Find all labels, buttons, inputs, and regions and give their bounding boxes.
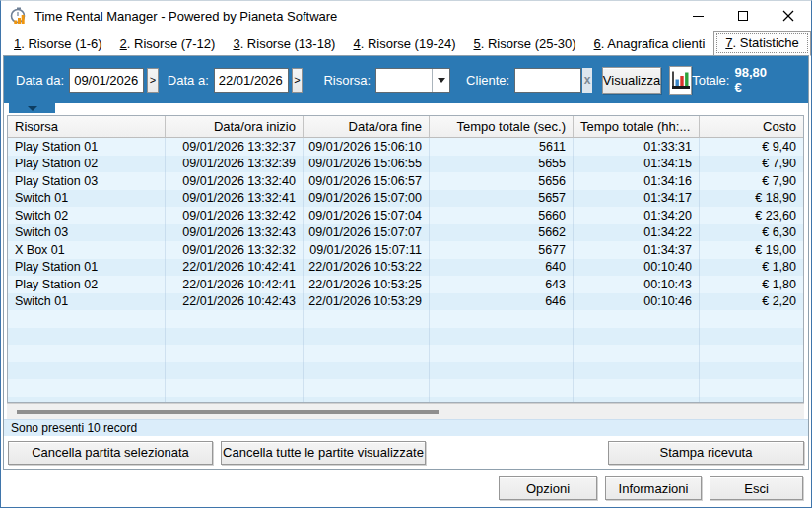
table-cell: 22/01/2026 10:42:41 [166, 276, 304, 293]
table-cell: 09/01/2026 15:07:11 [304, 241, 430, 259]
table-cell: 09/01/2026 13:32:43 [166, 224, 304, 242]
resource-combo-arrow-button[interactable] [432, 69, 449, 92]
collapse-arrow-icon [28, 106, 37, 111]
table-cell: Play Station 02 [8, 156, 166, 173]
table-cell [574, 310, 700, 328]
column-header-data-fine[interactable]: Data/ora fine [304, 116, 430, 138]
table-cell: 09/01/2026 13:32:40 [166, 172, 304, 190]
date-to-picker-button[interactable]: > [292, 68, 304, 93]
table-cell: € 7,90 [700, 172, 803, 190]
table-cell: 09/01/2026 15:06:55 [304, 156, 430, 173]
tab-anagrafica-clienti[interactable]: 6. Anagrafica clienti [585, 33, 714, 55]
window-controls [675, 1, 811, 31]
table-cell: X Box 01 [8, 241, 166, 259]
total-value: 98,80 € [734, 65, 767, 95]
tab-risorse-1-6[interactable]: 1. Risorse (1-6) [5, 33, 111, 55]
column-header-tempo-sec[interactable]: Tempo totale (sec.) [430, 116, 574, 138]
table-row[interactable]: Play Station 0209/01/2026 13:32:3909/01/… [8, 156, 803, 173]
informazioni-button[interactable]: Informazioni [605, 476, 702, 500]
table-row[interactable]: Play Station 0222/01/2026 10:42:4122/01/… [8, 276, 803, 293]
table-row[interactable]: Switch 0309/01/2026 13:32:4309/01/2026 1… [8, 224, 803, 242]
table-cell: 09/01/2026 15:06:57 [304, 172, 430, 190]
table-cell: 09/01/2026 15:07:00 [304, 190, 430, 208]
chart-button[interactable] [669, 66, 692, 95]
close-icon [782, 10, 794, 22]
tab-risorse-7-12[interactable]: 2. Risorse (7-12) [111, 33, 225, 55]
table-row[interactable]: Play Station 0309/01/2026 13:32:4009/01/… [8, 172, 803, 190]
table-row[interactable]: Switch 0209/01/2026 13:32:4209/01/2026 1… [8, 207, 803, 224]
table-row[interactable]: X Box 0109/01/2026 13:32:3209/01/2026 15… [8, 241, 803, 259]
resource-combobox[interactable] [375, 68, 450, 93]
column-header-tempo-hh[interactable]: Tempo totale (hh:... [574, 116, 700, 138]
tab-risorse-13-18[interactable]: 3. Risorse (13-18) [224, 33, 344, 55]
tab-label: . Risorse (1-6) [21, 36, 102, 51]
date-from-picker-button[interactable]: > [147, 68, 159, 93]
exit-button[interactable]: Esci [710, 476, 803, 500]
date-from-input[interactable] [69, 68, 144, 93]
table-row[interactable]: Play Station 0122/01/2026 10:42:4122/01/… [8, 259, 803, 277]
table-cell [430, 379, 574, 397]
table-cell: 09/01/2026 13:32:37 [166, 138, 304, 156]
table-row[interactable]: Play Station 0109/01/2026 13:32:3709/01/… [8, 138, 803, 156]
table-cell [700, 345, 803, 362]
table-row[interactable]: Switch 0109/01/2026 13:32:4109/01/2026 1… [8, 190, 803, 208]
table-cell: 640 [430, 259, 574, 277]
options-button[interactable]: Opzioni [499, 476, 597, 500]
table-cell [700, 310, 803, 328]
tab-risorse-19-24[interactable]: 4. Risorse (19-24) [344, 33, 464, 55]
maximize-button[interactable] [720, 1, 766, 31]
table-row[interactable]: Switch 0122/01/2026 10:42:4322/01/2026 1… [8, 293, 803, 311]
column-header-data-inizio[interactable]: Data/ora inizio [166, 116, 304, 138]
title-bar: Time Rental Manager - Powered by Pianeta… [1, 1, 811, 31]
table-cell: 01:33:31 [574, 138, 700, 156]
table-cell: € 1,80 [700, 276, 803, 293]
filter-toolbar: Data da: > Data a: > Risorsa: Cliente: x… [4, 56, 808, 103]
table-filler-row [8, 310, 803, 328]
table-cell: 00:10:40 [574, 259, 700, 277]
tab-label: . Risorse (25-30) [481, 36, 576, 51]
table-cell: € 9,40 [700, 138, 803, 156]
toolbar-collapse-handle[interactable] [9, 103, 55, 113]
table-filler-row [8, 328, 803, 346]
tab-statistiche[interactable]: 7. Statistiche [713, 31, 810, 56]
date-to-label: Data a: [168, 73, 209, 88]
client-label: Cliente: [466, 73, 509, 88]
column-header-risorsa[interactable]: Risorsa [8, 116, 166, 138]
horizontal-scrollbar-thumb[interactable] [17, 410, 439, 414]
record-count-text: Sono presenti 10 record [11, 421, 137, 435]
table-cell: 09/01/2026 13:32:39 [166, 156, 304, 173]
table-cell [166, 362, 304, 380]
table-filler-row [8, 362, 803, 380]
tab-risorse-25-30[interactable]: 5. Risorse (25-30) [465, 33, 585, 55]
table-cell [166, 310, 304, 328]
client-input[interactable] [514, 68, 581, 93]
client-clear-button[interactable]: x [582, 68, 592, 93]
statistics-tab-page: Data da: > Data a: > Risorsa: Cliente: x… [3, 55, 809, 470]
column-header-costo[interactable]: Costo [700, 116, 803, 138]
minimize-button[interactable] [675, 1, 720, 31]
close-button[interactable] [766, 1, 811, 31]
table-filler-row [8, 397, 803, 403]
table-cell [166, 379, 304, 397]
bottom-button-row: Opzioni Informazioni Esci [1, 470, 811, 507]
horizontal-scrollbar[interactable] [7, 403, 804, 419]
table-cell: 5662 [430, 224, 574, 242]
table-cell: € 23,60 [700, 207, 803, 224]
table-cell [430, 328, 574, 346]
resource-combo-field[interactable] [376, 69, 432, 92]
table-cell: € 2,20 [700, 293, 803, 311]
table-cell: 5660 [430, 207, 574, 224]
table-cell [304, 379, 430, 397]
visualizza-button[interactable]: Visualizza [602, 67, 661, 94]
table-cell: Switch 01 [8, 293, 166, 311]
delete-all-button[interactable]: Cancella tutte le partite visualizzate [221, 441, 426, 465]
table-cell [430, 310, 574, 328]
delete-selected-button[interactable]: Cancella partita selezionata [8, 441, 213, 465]
tab-label: . Anagrafica clienti [601, 36, 706, 51]
table-cell [574, 379, 700, 397]
date-to-input[interactable] [214, 68, 289, 93]
table-cell: 5656 [430, 172, 574, 190]
table-cell: 22/01/2026 10:53:22 [304, 259, 430, 277]
minimize-icon [693, 16, 704, 17]
print-receipt-button[interactable]: Stampa ricevuta [608, 441, 804, 465]
